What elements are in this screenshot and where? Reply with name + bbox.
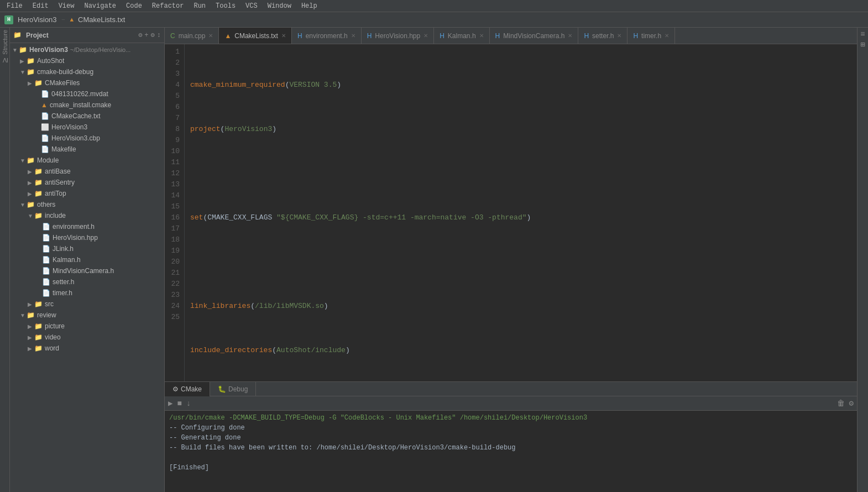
tree-antitop[interactable]: ▶ 📁antiTop	[10, 188, 164, 199]
tree-herovision3-cbp[interactable]: ▶ 📄HeroVision3.cbp	[10, 133, 164, 144]
tree-cmakefiles[interactable]: ▶ 📁CMakeFiles	[10, 77, 164, 88]
tree-antibase[interactable]: ▶ 📁antiBase	[10, 166, 164, 177]
tab-debug-bottom[interactable]: 🐛 Debug	[210, 382, 256, 396]
tree-makefile[interactable]: ▶ 📄Makefile	[10, 144, 164, 155]
tab-environment-h[interactable]: H environment.h ✕	[292, 28, 362, 44]
output-line-1: /usr/bin/cmake -DCMAKE_BUILD_TYPE=Debug …	[169, 413, 853, 423]
tree-environment-h[interactable]: ▶ 📄environment.h	[10, 221, 164, 232]
project-icon-settings[interactable]: ⚙	[151, 31, 155, 39]
line-numbers: 1 2 3 4 5 6 7 8 9 10 11 12 13 14 15 16 1…	[165, 44, 185, 381]
menu-run[interactable]: Run	[189, 0, 210, 12]
tab-close-setter[interactable]: ✕	[617, 33, 621, 39]
menu-help[interactable]: Help	[297, 0, 322, 12]
tab-close-mv[interactable]: ✕	[568, 33, 572, 39]
menu-code[interactable]: Code	[122, 0, 147, 12]
menu-refactor[interactable]: Refactor	[148, 0, 189, 12]
tree-others-include[interactable]: ▼ 📁include	[10, 210, 164, 221]
tree-setter-h[interactable]: ▶ 📄setter.h	[10, 276, 164, 287]
clear-btn[interactable]: 🗑	[836, 398, 846, 409]
tab-main-cpp[interactable]: C main.cpp ✕	[165, 28, 219, 44]
gear-cmake-btn[interactable]: ⚙	[848, 397, 855, 409]
tab-herovision-hpp[interactable]: H HeroVision.hpp ✕	[362, 28, 435, 44]
tab-cmake[interactable]: ▲ CMakeLists.txt ✕	[219, 28, 292, 44]
tree-jlink-h[interactable]: ▶ 📄JLink.h	[10, 243, 164, 254]
code-area: 1 2 3 4 5 6 7 8 9 10 11 12 13 14 15 16 1…	[165, 44, 857, 381]
tree-antisentry[interactable]: ▶ 📁antiSentry	[10, 177, 164, 188]
menu-navigate[interactable]: Navigate	[80, 0, 121, 12]
tree-mvdat[interactable]: ▶ 📄0481310262.mvdat	[10, 88, 164, 100]
project-title: Project	[26, 32, 49, 39]
tree-module[interactable]: ▼ 📁Module	[10, 155, 164, 166]
tab-close-main[interactable]: ✕	[208, 33, 213, 39]
tree-cmake-build[interactable]: ▼ 📁cmake-build-debug	[10, 66, 164, 77]
tab-label-hv: HeroVision.hpp	[375, 32, 420, 40]
tab-close-hv[interactable]: ✕	[423, 33, 428, 39]
tree-timer-h[interactable]: ▶ 📄timer.h	[10, 287, 164, 299]
tab-mindvision-h[interactable]: H MindVisionCamera.h ✕	[490, 28, 579, 44]
tab-cmake-bottom[interactable]: ⚙ CMake	[165, 382, 210, 396]
tab-icon-mv: H	[495, 32, 500, 40]
bottom-output: /usr/bin/cmake -DCMAKE_BUILD_TYPE=Debug …	[165, 411, 857, 492]
menu-vcs[interactable]: VCS	[241, 0, 262, 12]
tree-cmakecache[interactable]: ▶ 📄CMakeCache.txt	[10, 111, 164, 122]
debug-bottom-icon: 🐛	[218, 385, 226, 393]
tree-kalman-h[interactable]: ▶ 📄Kalman.h	[10, 254, 164, 265]
project-icon-expand[interactable]: ↕	[157, 32, 161, 39]
tree-video[interactable]: ▶ 📁video	[10, 332, 164, 343]
code-line-2: project(HeroVision3)	[190, 124, 857, 135]
code-content[interactable]: cmake_minimum_required(VERSION 3.5) proj…	[185, 44, 857, 381]
tree-picture[interactable]: ▶ 📁picture	[10, 321, 164, 332]
debug-bottom-label: Debug	[228, 385, 248, 393]
menu-tools[interactable]: Tools	[211, 0, 240, 12]
tab-icon-env: H	[297, 32, 302, 40]
active-file-title: CMakeLists.txt	[78, 15, 125, 24]
output-line-6: [Finished]	[169, 463, 853, 473]
right-tab-icon-2[interactable]: ⊞	[860, 40, 865, 49]
tab-close-timer[interactable]: ✕	[665, 33, 669, 39]
scroll-down-btn[interactable]: ↓	[185, 398, 192, 409]
code-line-7: include_directories(AutoShot/include)	[190, 345, 857, 356]
stop-cmake-btn[interactable]: ■	[176, 398, 182, 409]
project-panel: 📁 Project ⚙ + ⚙ ↕ ▼ 📁 HeroVision3 ~/Desk…	[10, 28, 165, 492]
tree-review[interactable]: ▼ 📁review	[10, 310, 164, 321]
tree-others-src[interactable]: ▶ 📁src	[10, 299, 164, 310]
project-icon-gear[interactable]: ⚙	[138, 31, 142, 39]
tree-herovision-hpp[interactable]: ▶ 📄HeroVision.hpp	[10, 232, 164, 243]
right-tabs: ≡ ⊞	[857, 28, 868, 492]
tab-icon-kalman: H	[440, 32, 445, 40]
run-cmake-btn[interactable]: ▶	[167, 397, 174, 409]
menu-edit[interactable]: Edit	[28, 0, 53, 12]
tab-kalman-h[interactable]: H Kalman.h ✕	[434, 28, 489, 44]
tab-label-kalman: Kalman.h	[448, 32, 476, 40]
tab-setter-h[interactable]: H setter.h ✕	[578, 28, 628, 44]
cmake-file-icon: ▲	[70, 17, 74, 23]
project-icon: H	[4, 15, 13, 24]
code-line-1: cmake_minimum_required(VERSION 3.5)	[190, 80, 857, 91]
menu-file[interactable]: File	[2, 0, 27, 12]
tree-herovision3-exe[interactable]: ▶ ⬜HeroVision3	[10, 122, 164, 133]
menu-window[interactable]: Window	[263, 0, 296, 12]
tab-close-env[interactable]: ✕	[351, 33, 355, 39]
structure-label: Ⅳ Structure	[1, 30, 8, 64]
menu-view[interactable]: View	[54, 0, 79, 12]
tab-close-cmake[interactable]: ✕	[281, 33, 286, 39]
tab-label-setter: setter.h	[592, 32, 614, 40]
tree-root[interactable]: ▼ 📁 HeroVision3 ~/Desktop/HeroVisio...	[10, 44, 164, 55]
tab-close-kalman[interactable]: ✕	[479, 33, 484, 39]
output-line-2: -- Configuring done	[169, 423, 853, 433]
tab-timer-h[interactable]: H timer.h ✕	[628, 28, 675, 44]
right-tab-icon-1[interactable]: ≡	[860, 30, 865, 39]
tab-label-timer: timer.h	[641, 32, 661, 40]
project-tree: ▼ 📁 HeroVision3 ~/Desktop/HeroVisio... ▶…	[10, 43, 164, 492]
code-line-4: set(CMAKE_CXX_FLAGS "${CMAKE_CXX_FLAGS} …	[190, 212, 857, 223]
tab-label-env: environment.h	[306, 32, 348, 40]
tree-autoshot[interactable]: ▶ 📁AutoShot	[10, 55, 164, 66]
project-icon-plus[interactable]: +	[144, 32, 148, 39]
tree-word[interactable]: ▶ 📁word	[10, 343, 164, 354]
tree-others[interactable]: ▼ 📁others	[10, 199, 164, 210]
project-folder-icon: 📁	[13, 31, 22, 39]
tree-cmake-install[interactable]: ▶ ▲cmake_install.cmake	[10, 100, 164, 111]
tab-icon-hv: H	[367, 32, 372, 40]
title-bar: H HeroVision3 – ▲ CMakeLists.txt	[0, 12, 868, 28]
tree-mindvision-h[interactable]: ▶ 📄MindVisionCamera.h	[10, 265, 164, 276]
